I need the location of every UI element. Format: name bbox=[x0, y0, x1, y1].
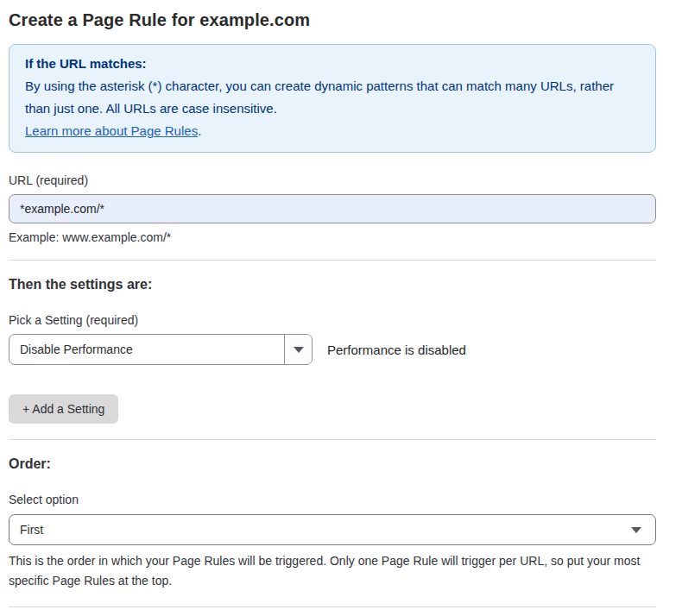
divider bbox=[9, 607, 656, 607]
divider bbox=[9, 260, 656, 261]
url-field-label: URL (required) bbox=[9, 173, 656, 187]
info-box-link-line: Learn more about Page Rules. bbox=[25, 120, 640, 142]
setting-row: Disable Performance Performance is disab… bbox=[9, 334, 656, 365]
learn-more-link[interactable]: Learn more about Page Rules bbox=[25, 123, 198, 138]
order-select[interactable]: First bbox=[9, 514, 656, 545]
setting-select-value: Disable Performance bbox=[9, 335, 284, 364]
order-help-text: This is the order in which your Page Rul… bbox=[9, 551, 656, 591]
create-page-rule-panel: Create a Page Rule for example.com If th… bbox=[0, 0, 682, 616]
divider bbox=[9, 439, 656, 440]
url-input[interactable] bbox=[9, 194, 656, 223]
pick-setting-label: Pick a Setting (required) bbox=[9, 313, 656, 327]
caret-down-icon bbox=[631, 527, 641, 533]
settings-section-heading: Then the settings are: bbox=[9, 277, 656, 292]
add-setting-button[interactable]: + Add a Setting bbox=[9, 394, 118, 424]
order-select-value: First bbox=[20, 523, 43, 537]
url-example-text: Example: www.example.com/* bbox=[9, 230, 656, 244]
link-suffix: . bbox=[198, 123, 201, 138]
info-box-heading: If the URL matches: bbox=[25, 53, 640, 75]
page-title: Create a Page Rule for example.com bbox=[9, 10, 656, 30]
setting-select-dropdown-button[interactable] bbox=[284, 335, 312, 364]
caret-down-icon bbox=[294, 347, 304, 353]
info-box-body: By using the asterisk (*) character, you… bbox=[25, 75, 640, 120]
order-select-label: Select option bbox=[9, 493, 656, 506]
setting-status-text: Performance is disabled bbox=[327, 343, 466, 357]
url-matches-info-box: If the URL matches: By using the asteris… bbox=[9, 44, 656, 153]
order-section-heading: Order: bbox=[9, 456, 656, 472]
setting-select[interactable]: Disable Performance bbox=[9, 334, 313, 365]
